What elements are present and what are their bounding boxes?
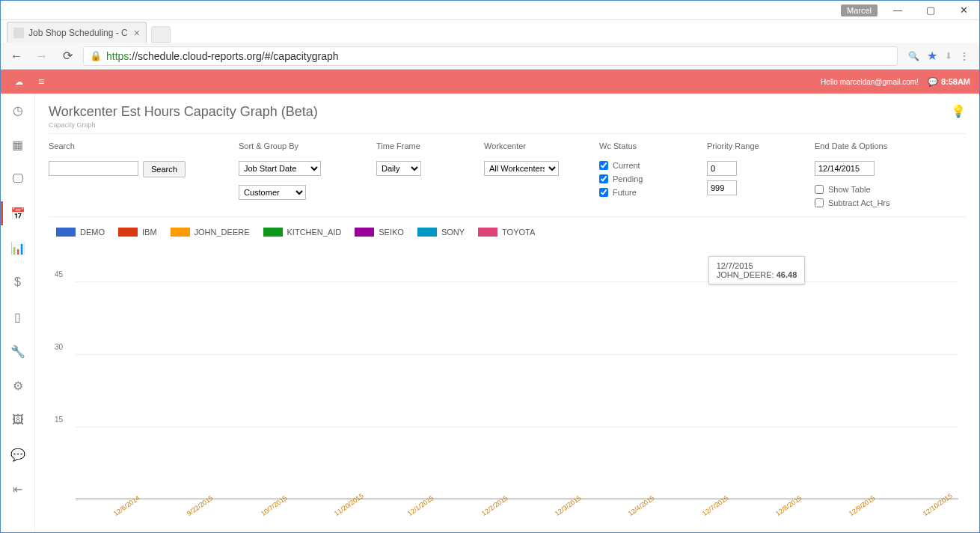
- user-chip: Marcel: [841, 4, 878, 16]
- legend-label: JOHN_DEERE: [195, 228, 250, 237]
- legend-label: IBM: [142, 228, 157, 237]
- back-button[interactable]: ←: [7, 46, 26, 66]
- x-tick-label: 12/9/2015: [848, 494, 877, 517]
- x-tick-label: 11/20/2015: [333, 492, 365, 517]
- search-label: Search: [49, 141, 221, 150]
- status-current-label: Current: [613, 161, 640, 170]
- x-tick-label: 12/7/2015: [701, 494, 730, 517]
- calendar-icon[interactable]: 📅: [9, 204, 27, 222]
- status-future-checkbox[interactable]: [599, 188, 608, 197]
- reload-button[interactable]: ⟳: [58, 46, 77, 66]
- close-window-button[interactable]: ✕: [951, 2, 976, 19]
- x-tick-label: 12/4/2015: [627, 494, 656, 517]
- gear-icon[interactable]: ⚙: [9, 377, 27, 395]
- workcenter-label: Workcenter: [484, 141, 581, 150]
- status-current-checkbox[interactable]: [599, 161, 608, 170]
- address-bar-row: ← → ⟳ 🔒 https://schedule.cloud-reports.o…: [1, 43, 979, 70]
- sort-label: Sort & Group By: [239, 141, 358, 150]
- legend-swatch: [263, 228, 283, 237]
- status-pending-label: Pending: [613, 174, 643, 183]
- priority-max-input[interactable]: [707, 180, 737, 195]
- sidebar: ◷ ▦ 🖵 📅 📊 $ ▯ 🔧 ⚙ 🖼 💬 ⇤: [1, 94, 35, 532]
- x-tick-label: 12/2/2015: [480, 494, 509, 517]
- subtract-checkbox[interactable]: [815, 198, 824, 207]
- show-table-checkbox[interactable]: [815, 185, 824, 194]
- gauge-icon[interactable]: ◷: [9, 101, 27, 119]
- legend-swatch: [355, 228, 374, 237]
- url-protocol: https: [106, 50, 129, 62]
- cloud-logo-icon[interactable]: ☁: [10, 74, 28, 89]
- priority-label: Priority Range: [707, 141, 797, 150]
- legend-label: DEMO: [80, 228, 105, 237]
- address-bar[interactable]: 🔒 https://schedule.cloud-reports.org/#/c…: [83, 46, 898, 66]
- x-tick-label: 12/3/2015: [554, 494, 583, 517]
- x-tick-label: 12/6/2014: [112, 494, 141, 517]
- legend-item[interactable]: DEMO: [56, 228, 105, 237]
- legend-swatch: [56, 228, 76, 237]
- legend-item[interactable]: SONY: [417, 228, 465, 237]
- priority-min-input[interactable]: [707, 161, 737, 176]
- capacity-chart[interactable]: 15304512/6/20149/22/201510/7/201511/20/2…: [49, 244, 966, 526]
- legend-swatch: [478, 228, 497, 237]
- new-tab-button[interactable]: [151, 26, 171, 43]
- chart-tooltip: 12/7/2015JOHN_DEERE: 46.48: [708, 256, 806, 284]
- x-tick-label: 12/10/2015: [922, 492, 954, 517]
- legend-item[interactable]: SEIKO: [355, 228, 404, 237]
- search-input[interactable]: [49, 161, 138, 176]
- enddate-label: End Date & Options: [815, 141, 927, 150]
- wrench-icon[interactable]: 🔧: [9, 342, 27, 360]
- forward-button[interactable]: →: [32, 46, 52, 66]
- legend-item[interactable]: IBM: [118, 228, 157, 237]
- close-tab-icon[interactable]: ×: [134, 27, 140, 39]
- legend-label: SEIKO: [379, 228, 404, 237]
- legend-label: SONY: [441, 228, 465, 237]
- lightbulb-icon[interactable]: 💡: [951, 104, 966, 119]
- zoom-icon[interactable]: 🔍: [908, 51, 919, 61]
- bookmark-star-icon[interactable]: ★: [927, 49, 937, 63]
- minimize-button[interactable]: —: [885, 2, 910, 19]
- download-icon[interactable]: ⬇: [945, 51, 952, 61]
- lock-icon: 🔒: [90, 50, 102, 61]
- enddate-input[interactable]: [815, 161, 875, 176]
- browser-tab-strip: Job Shop Scheduling - C ×: [1, 20, 979, 43]
- browser-tab[interactable]: Job Shop Scheduling - C ×: [7, 22, 147, 43]
- legend-item[interactable]: KITCHEN_AID: [263, 228, 342, 237]
- hamburger-icon[interactable]: ≡: [38, 76, 44, 88]
- legend-item[interactable]: JOHN_DEERE: [171, 228, 250, 237]
- dollar-icon[interactable]: $: [9, 273, 27, 291]
- clock-icon: 💬: [928, 77, 938, 87]
- search-button[interactable]: Search: [143, 161, 186, 177]
- maximize-button[interactable]: ▢: [918, 2, 943, 19]
- show-table-label: Show Table: [828, 185, 871, 194]
- sort-primary-select[interactable]: Job Start Date: [239, 161, 321, 176]
- greeting-text: Hello marceldan@gmail.com!: [821, 78, 919, 86]
- x-tick-label: 10/7/2015: [260, 494, 289, 517]
- workcenter-select[interactable]: All Workcenters: [484, 161, 559, 176]
- subtract-label: Subtract Act_Hrs: [828, 198, 890, 207]
- x-tick-label: 9/22/2015: [186, 494, 215, 517]
- favicon-icon: [13, 28, 24, 38]
- chat-icon[interactable]: 💬: [9, 445, 27, 463]
- timeframe-select[interactable]: Daily: [376, 161, 421, 176]
- grid-icon[interactable]: ▦: [9, 135, 27, 153]
- y-tick-label: 15: [55, 415, 63, 423]
- chrome-menu-icon[interactable]: ⋮: [960, 51, 969, 61]
- x-tick-label: 12/1/2015: [406, 494, 435, 517]
- monitor-icon[interactable]: 🖵: [9, 170, 27, 188]
- tab-title: Job Shop Scheduling - C: [28, 28, 128, 38]
- logout-icon[interactable]: ⇤: [9, 480, 27, 498]
- image-icon[interactable]: 🖼: [9, 411, 27, 429]
- bar-chart-icon[interactable]: 📊: [9, 239, 27, 257]
- page-subtitle: Capacity Graph: [49, 121, 318, 129]
- chart-legend: DEMOIBMJOHN_DEEREKITCHEN_AIDSEIKOSONYTOY…: [49, 225, 966, 244]
- status-pending-checkbox[interactable]: [599, 174, 608, 183]
- legend-label: TOYOTA: [502, 228, 535, 237]
- url-path: ://schedule.cloud-reports.org/#/capacity…: [129, 50, 338, 62]
- legend-swatch: [171, 228, 190, 237]
- app-header: ☁ ≡ Hello marceldan@gmail.com! 💬 8:58AM: [1, 70, 979, 94]
- tablet-icon[interactable]: ▯: [9, 308, 27, 326]
- sort-secondary-select[interactable]: Customer: [239, 185, 306, 200]
- legend-item[interactable]: TOYOTA: [478, 228, 535, 237]
- legend-label: KITCHEN_AID: [287, 228, 342, 237]
- status-label: Wc Status: [599, 141, 689, 150]
